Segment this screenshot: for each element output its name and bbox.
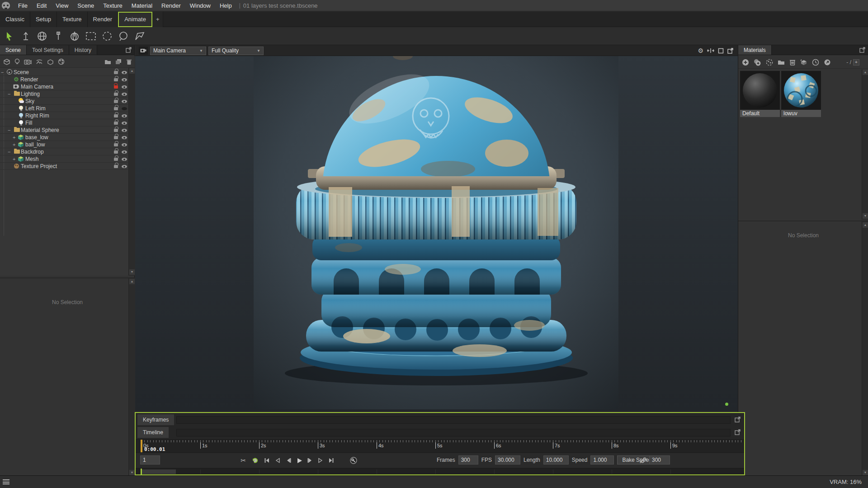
menu-scene[interactable]: Scene bbox=[73, 0, 99, 11]
loop-frames-input[interactable]: 300 bbox=[649, 455, 670, 465]
menu-material[interactable]: Material bbox=[127, 0, 157, 11]
visibility-toggle-hidden[interactable] bbox=[122, 107, 127, 110]
tree-item-fill[interactable]: Fill bbox=[0, 119, 128, 127]
expander[interactable]: − bbox=[8, 149, 10, 155]
scene-panel-popout-icon[interactable] bbox=[126, 47, 132, 53]
tree-item-main-camera[interactable]: Main Camera bbox=[0, 83, 128, 90]
split-view-icon[interactable] bbox=[707, 48, 714, 53]
tree-item-right-rim[interactable]: Right Rim bbox=[0, 112, 128, 119]
tab-scene[interactable]: Scene bbox=[0, 45, 27, 55]
backdrop-filter-icon[interactable] bbox=[36, 59, 43, 65]
lock-toggle[interactable] bbox=[114, 107, 118, 110]
skip-end-icon[interactable] bbox=[327, 456, 336, 465]
expander[interactable]: − bbox=[8, 91, 10, 97]
tree-item-render[interactable]: ⚙ Render bbox=[0, 76, 128, 83]
workspace-tab-add-button[interactable]: + bbox=[152, 12, 164, 27]
visibility-toggle[interactable] bbox=[122, 122, 127, 125]
visibility-toggle[interactable] bbox=[122, 136, 127, 139]
range-start-marker[interactable] bbox=[141, 469, 142, 475]
menu-texture[interactable]: Texture bbox=[99, 0, 127, 11]
lock-toggle[interactable] bbox=[114, 93, 118, 96]
new-folder-icon[interactable] bbox=[778, 59, 785, 65]
polygon-lasso-icon[interactable] bbox=[134, 30, 146, 42]
scroll-up-icon[interactable]: ▲ bbox=[863, 70, 868, 75]
keyframes-track[interactable] bbox=[176, 416, 731, 424]
tab-materials[interactable]: Materials bbox=[738, 45, 772, 55]
camera-dropdown[interactable]: Main Camera▼ bbox=[150, 47, 206, 55]
tab-history[interactable]: History bbox=[69, 45, 97, 55]
length-input[interactable]: 10.000 bbox=[543, 455, 569, 465]
add-material-icon[interactable] bbox=[742, 59, 749, 66]
duplicate-material-icon[interactable] bbox=[754, 59, 761, 66]
expander[interactable]: + bbox=[13, 134, 15, 141]
tree-item-mesh[interactable]: + Mesh bbox=[0, 155, 128, 163]
link-icon[interactable] bbox=[640, 457, 647, 465]
autokey-icon[interactable] bbox=[349, 456, 358, 465]
quality-dropdown[interactable]: Full Quality▼ bbox=[208, 47, 264, 55]
visibility-toggle[interactable] bbox=[122, 78, 127, 81]
scroll-down-icon[interactable]: ▼ bbox=[129, 470, 135, 475]
render-image[interactable] bbox=[254, 56, 618, 409]
play-icon[interactable] bbox=[295, 456, 304, 465]
menu-render[interactable]: Render bbox=[157, 0, 185, 11]
scroll-up-icon[interactable]: ▲ bbox=[129, 68, 135, 74]
thumb-size-plus-button[interactable]: + bbox=[853, 59, 859, 66]
timeline-tab[interactable]: Timeline bbox=[137, 427, 169, 438]
rotate-tool-icon[interactable] bbox=[36, 30, 48, 42]
visibility-toggle[interactable] bbox=[122, 85, 127, 89]
menu-view[interactable]: View bbox=[51, 0, 73, 11]
timeline-popout-icon[interactable] bbox=[735, 429, 741, 435]
menu-help[interactable]: Help bbox=[215, 0, 236, 11]
delete-trash-icon[interactable] bbox=[789, 59, 796, 66]
step-back-icon[interactable] bbox=[284, 456, 293, 465]
lock-toggle[interactable] bbox=[114, 100, 118, 103]
marquee-ellipse-icon[interactable] bbox=[101, 30, 113, 42]
lock-toggle[interactable] bbox=[114, 150, 118, 154]
scroll-down-icon[interactable]: ▼ bbox=[863, 213, 868, 219]
visibility-toggle[interactable] bbox=[122, 129, 127, 132]
speed-input[interactable]: 1.000 bbox=[590, 455, 614, 465]
timeline-track[interactable] bbox=[176, 429, 731, 436]
visibility-toggle[interactable] bbox=[122, 150, 127, 154]
expander[interactable]: + bbox=[13, 141, 15, 148]
visibility-toggle[interactable] bbox=[122, 93, 127, 96]
workspace-tab-texture[interactable]: Texture bbox=[57, 12, 88, 27]
material-filter-icon[interactable] bbox=[58, 58, 65, 65]
marquee-rect-icon[interactable] bbox=[85, 30, 97, 42]
workspace-tab-classic[interactable]: Classic bbox=[0, 12, 30, 27]
tree-item-base-low[interactable]: + base_low bbox=[0, 134, 128, 141]
mesh-filter-icon[interactable] bbox=[3, 58, 10, 65]
frames-input[interactable]: 300 bbox=[458, 455, 478, 465]
tree-item-ball-low[interactable]: + ball_low bbox=[0, 141, 128, 148]
clear-material-icon[interactable] bbox=[766, 59, 773, 66]
menu-window[interactable]: Window bbox=[185, 0, 215, 11]
tree-item-sky[interactable]: Sky bbox=[0, 98, 128, 105]
timeline-range-bar[interactable] bbox=[136, 468, 744, 474]
keyframes-tab[interactable]: Keyframes bbox=[137, 414, 174, 425]
lock-toggle[interactable] bbox=[114, 122, 118, 125]
lock-toggle[interactable] bbox=[114, 158, 118, 161]
material-preview-lowuv[interactable] bbox=[781, 71, 821, 110]
workspace-tab-animate[interactable]: Animate bbox=[118, 12, 152, 27]
tree-item-scene[interactable]: − Scene bbox=[0, 69, 128, 76]
visibility-toggle[interactable] bbox=[122, 165, 127, 168]
visibility-toggle[interactable] bbox=[122, 114, 127, 117]
material-properties-scrollbar[interactable]: ▲ ▼ bbox=[862, 221, 868, 476]
keyframes-popout-icon[interactable] bbox=[735, 417, 741, 422]
workspace-tab-setup[interactable]: Setup bbox=[30, 12, 57, 27]
lock-toggle[interactable] bbox=[114, 78, 118, 81]
playhead[interactable] bbox=[141, 440, 142, 452]
maximize-icon[interactable] bbox=[718, 48, 724, 54]
lock-toggle[interactable] bbox=[114, 129, 118, 132]
range-thumb[interactable] bbox=[142, 469, 176, 474]
scroll-down-icon[interactable]: ▼ bbox=[863, 470, 868, 475]
tab-tool-settings[interactable]: Tool Settings bbox=[27, 45, 69, 55]
timeline-ruler[interactable]: 0s 1s 2s 3s 4s 5s 6s 7s 8s 9s 0:00.01 bbox=[136, 439, 744, 453]
workspace-tab-render[interactable]: Render bbox=[88, 12, 118, 27]
expander[interactable]: − bbox=[1, 69, 4, 75]
loop-toggle-icon[interactable] bbox=[250, 456, 259, 465]
play-outline-icon[interactable] bbox=[316, 456, 325, 465]
skip-start-icon[interactable] bbox=[262, 456, 271, 465]
materials-panel-popout-icon[interactable] bbox=[859, 47, 865, 53]
material-preview-default[interactable] bbox=[740, 71, 780, 110]
